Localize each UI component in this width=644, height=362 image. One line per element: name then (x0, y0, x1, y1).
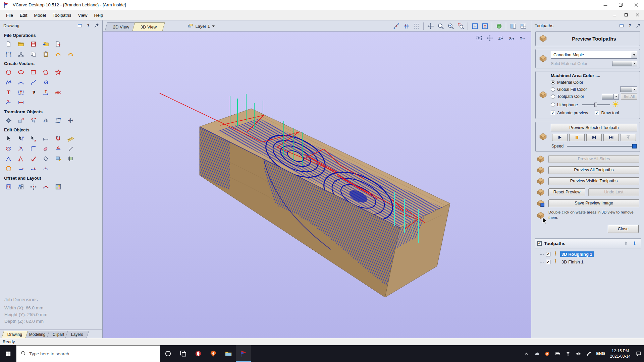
preview-selected-toolpath-button[interactable]: Preview Selected Toolpath (551, 124, 637, 131)
text-on-curve-button[interactable]: T (4, 98, 13, 107)
tray-onedrive[interactable] (532, 351, 542, 357)
trim-vectors-button[interactable] (16, 144, 25, 153)
menu-edit[interactable]: Edit (16, 11, 31, 20)
draw-text-box-button[interactable]: T (16, 88, 25, 97)
taskbar-app-file-explorer[interactable] (221, 345, 236, 362)
set-size-button[interactable] (16, 116, 25, 125)
draw-polygon-button[interactable] (41, 68, 50, 77)
swatch-arrow[interactable] (613, 94, 619, 99)
dimension-tool-button[interactable] (41, 134, 50, 143)
mirror-selection-button[interactable] (41, 116, 50, 125)
frame-view-button[interactable] (475, 34, 483, 42)
radio-global-fill-color[interactable] (551, 87, 555, 92)
rotate-selection-button[interactable] (29, 116, 38, 125)
set-all-button[interactable]: Set All (621, 94, 637, 100)
close-button[interactable] (629, 0, 644, 10)
radio-material-color[interactable] (551, 80, 555, 84)
grid-snap-button[interactable] (402, 21, 411, 31)
draw-curve-button[interactable] (29, 78, 38, 87)
document-restore-button[interactable] (623, 12, 630, 18)
save-file-button[interactable] (29, 40, 38, 49)
move-selection-button[interactable] (4, 116, 13, 125)
undock-panel-icon[interactable] (77, 22, 83, 28)
viewport-3d[interactable]: ZXY (103, 32, 531, 338)
cut-vector-button[interactable] (41, 164, 50, 173)
measure-tool-button[interactable] (66, 134, 75, 143)
minimize-button[interactable] (598, 0, 613, 10)
toolpath-item-label[interactable]: 3D Roughing 1 (560, 251, 594, 257)
zoom-extents-button[interactable] (470, 21, 479, 31)
speed-slider[interactable] (567, 146, 637, 147)
toolpath-item[interactable]: 3D Roughing 1 (540, 250, 641, 258)
help-icon[interactable]: ? (627, 22, 633, 28)
fit-curves-button[interactable] (29, 154, 38, 163)
menu-toolpaths[interactable]: Toolpaths (49, 11, 75, 20)
draw-tool-checkbox[interactable] (595, 111, 599, 115)
crop-picture-button[interactable] (66, 154, 75, 163)
pause-button[interactable] (569, 134, 585, 141)
animate-preview-checkbox[interactable] (551, 111, 555, 115)
taskbar-app-cortana[interactable] (160, 345, 175, 362)
pan-3d-button[interactable] (486, 34, 494, 42)
taskbar-app-browser-opera[interactable] (191, 345, 206, 362)
menu-view[interactable]: View (74, 11, 91, 20)
look-down-z-button[interactable]: Z (496, 34, 505, 42)
tile-view-4-button[interactable] (519, 21, 528, 31)
extend-vector-button[interactable] (16, 164, 25, 173)
material-select[interactable]: Canadian Maple (551, 51, 637, 59)
zoom-selected-button[interactable] (480, 21, 489, 31)
pin-icon[interactable] (94, 22, 100, 28)
close-vectors-button[interactable] (4, 164, 13, 173)
select-text-button[interactable]: T (29, 88, 38, 97)
erase-tool-button[interactable] (41, 144, 50, 153)
redo-button[interactable] (66, 50, 75, 59)
draw-text-button[interactable]: T (4, 88, 13, 97)
preview-all-sides-button[interactable]: Preview All Sides (548, 155, 639, 163)
draw-star-button[interactable] (54, 68, 63, 77)
undo-last-button[interactable]: Undo Last (588, 188, 639, 196)
tile-view-2-button[interactable] (508, 21, 518, 31)
taskbar-app-vcarve-logo[interactable] (236, 345, 251, 362)
layer-selector[interactable]: Layer 1 (188, 23, 214, 29)
draw-polyline-button[interactable] (4, 78, 13, 87)
tab-layers[interactable]: Layers (65, 331, 89, 338)
draw-rectangle-button[interactable] (29, 68, 38, 77)
start-button[interactable] (0, 345, 16, 362)
tray-wifi[interactable] (563, 351, 573, 357)
cut-button[interactable] (16, 50, 25, 59)
menu-model[interactable]: Model (31, 11, 49, 20)
array-copy-button[interactable] (16, 182, 25, 191)
slider-thumb[interactable] (594, 103, 597, 107)
preview-all-toolpaths-button[interactable]: Preview All Toolpaths (548, 166, 639, 174)
offset-vectors-button[interactable] (4, 182, 13, 191)
zoom-tool-button[interactable] (436, 21, 445, 31)
toolpath-item-label[interactable]: 3D Finish 1 (560, 259, 585, 265)
menu-help[interactable]: Help (91, 11, 106, 20)
tray-hidden-icons[interactable] (521, 351, 532, 357)
taskbar-clock[interactable]: 12:15 PM 2021-03-14 (607, 348, 633, 359)
knife-tool-button[interactable] (66, 144, 75, 153)
step-forward-button[interactable] (586, 134, 602, 141)
quick-text-button[interactable]: ABC (54, 88, 63, 97)
distort-selection-button[interactable] (54, 116, 63, 125)
pin-icon[interactable] (635, 22, 641, 28)
import-vectors-button[interactable] (41, 40, 50, 49)
tab-drawing[interactable]: Drawing (2, 331, 28, 338)
tray-pen[interactable] (584, 351, 594, 357)
copy-button[interactable] (29, 50, 38, 59)
toolpath-visibility-checkbox[interactable] (546, 252, 550, 256)
document-close-button[interactable] (634, 12, 641, 18)
align-selection-button[interactable] (66, 116, 75, 125)
weld-vectors-button[interactable] (4, 144, 13, 153)
taskbar-app-task-view[interactable] (175, 345, 191, 362)
undo-button[interactable] (54, 50, 63, 59)
transform-tool-button[interactable] (29, 134, 38, 143)
zoom-box-button[interactable] (456, 21, 465, 31)
snap-tool-button[interactable] (54, 134, 63, 143)
radio-lithophane[interactable] (551, 103, 555, 107)
slice-vectors-button[interactable] (54, 144, 63, 153)
node-edit-tool-button[interactable] (16, 134, 25, 143)
taskbar-search[interactable]: Type here to search (16, 345, 160, 362)
draw-circle-button[interactable] (4, 68, 13, 77)
fit-arcs-button[interactable] (16, 154, 25, 163)
